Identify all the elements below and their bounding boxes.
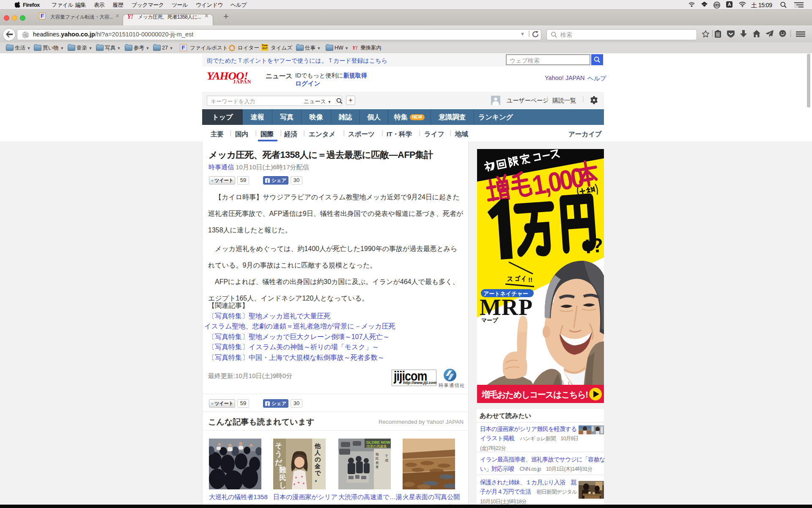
svg-text:MRP: MRP <box>480 295 533 320</box>
svg-text:下: 下 <box>385 454 388 458</box>
svg-text:民: 民 <box>376 457 379 461</box>
svg-text:長: 長 <box>375 461 379 465</box>
svg-text:人: 人 <box>314 449 321 456</box>
svg-text:!!: !! <box>528 276 532 283</box>
svg-text:!?: !? <box>584 234 604 258</box>
svg-text:増毛おためしコースはこちら!: 増毛おためしコースはこちら! <box>481 390 587 399</box>
svg-text:難: 難 <box>279 466 286 474</box>
svg-text:民: 民 <box>279 474 286 482</box>
svg-text:そ: そ <box>275 442 282 450</box>
svg-text:。: 。 <box>315 475 321 482</box>
svg-text:だ: だ <box>275 458 283 467</box>
svg-text:渋滞の高速道: 渋滞の高速道 <box>366 444 387 448</box>
svg-text:成: 成 <box>385 458 388 462</box>
svg-text:車: 車 <box>375 465 379 469</box>
svg-text:し: し <box>279 481 286 489</box>
svg-text:う: う <box>275 450 282 458</box>
svg-text:GLOBE NOW: GLOBE NOW <box>366 440 390 444</box>
svg-text:の: の <box>315 456 321 463</box>
svg-text:マープ: マープ <box>481 317 498 323</box>
svg-text:難: 難 <box>376 453 379 456</box>
svg-text:金: 金 <box>314 463 321 469</box>
svg-text:他: 他 <box>314 442 321 449</box>
